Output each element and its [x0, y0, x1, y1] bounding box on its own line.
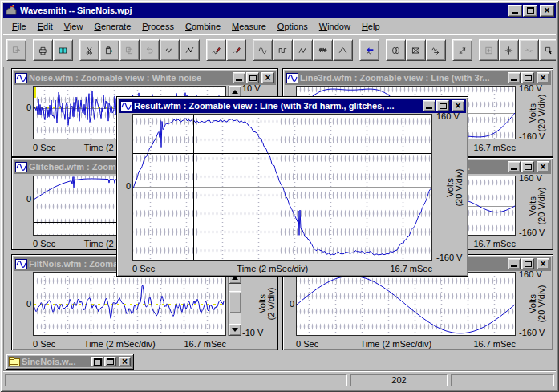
maximize-button[interactable] — [523, 5, 537, 17]
edit-points-icon[interactable] — [180, 39, 200, 61]
close-button[interactable]: × — [537, 161, 549, 172]
y-axis-zero-label: 0 — [20, 103, 31, 112]
toolbar-group — [479, 39, 556, 61]
window-noise-title: Noise.wfm : Zoomable view : White noise — [29, 71, 230, 85]
y-axis-units-label: Volts(2 V/div) — [255, 272, 279, 336]
close-button[interactable]: × — [537, 72, 549, 83]
vertical-scrollbar[interactable] — [228, 272, 241, 336]
restore-button[interactable] — [91, 357, 103, 366]
sketch-points-icon[interactable] — [226, 39, 246, 61]
zoom-in-icon[interactable] — [499, 39, 519, 61]
sketch-wave-icon[interactable] — [206, 39, 226, 61]
menu-item-file[interactable]: File — [6, 20, 32, 33]
zoom-out-icon[interactable] — [519, 39, 539, 61]
result-plot[interactable] — [132, 114, 432, 261]
volts-label-line1: Volts — [258, 288, 267, 321]
mix-icon[interactable] — [386, 39, 406, 61]
x-axis-labels: 0 SecTime (2 mSec/div)16.7 mSec — [33, 339, 226, 349]
x-axis-end-label: 16.7 mSec — [184, 339, 226, 349]
x-axis-labels: 0 SecTime (2 mSec/div)16.7 mSec — [296, 339, 516, 349]
undo-icon[interactable] — [140, 39, 160, 61]
menu-item-view[interactable]: View — [59, 20, 89, 33]
close-button[interactable]: × — [261, 72, 274, 83]
draw-wave-icon[interactable] — [160, 39, 180, 61]
y-axis-units-label: Volts(20 V/div) — [524, 176, 551, 236]
back-arrow-icon[interactable] — [359, 39, 379, 61]
app-title-bar[interactable]: Wavesmith -- SineNois.wpj × — [3, 3, 556, 18]
minimize-button[interactable] — [233, 72, 245, 83]
maximize-button[interactable] — [521, 161, 534, 172]
triangle-wave-icon[interactable] — [293, 39, 313, 61]
app-icon[interactable] — [5, 5, 18, 16]
x-axis-start-label: 0 Sec — [33, 239, 55, 249]
toolbar-group — [79, 39, 200, 61]
x-axis-start-label: 0 Sec — [296, 339, 318, 349]
maximize-button[interactable] — [521, 258, 534, 269]
crosshair-vertical[interactable] — [193, 115, 194, 260]
close-button[interactable]: × — [537, 258, 549, 269]
close-button[interactable]: × — [540, 5, 554, 17]
zoom-box-icon[interactable] — [539, 39, 556, 61]
project-icon — [9, 357, 20, 366]
window-controls: × — [507, 258, 549, 269]
scroll-down-button[interactable] — [229, 324, 241, 336]
minimize-button[interactable] — [508, 161, 521, 172]
minimize-button[interactable] — [508, 5, 522, 17]
cut-icon[interactable] — [79, 39, 99, 61]
menu-item-window[interactable]: Window — [314, 20, 356, 33]
filtnois-plot[interactable] — [33, 272, 226, 336]
sine-wave-icon[interactable] — [253, 39, 273, 61]
menu-item-process[interactable]: Process — [136, 20, 180, 33]
export-icon[interactable] — [6, 39, 26, 61]
maximize-button[interactable] — [246, 72, 259, 83]
filtnois-waveform-trace — [34, 273, 225, 335]
result-waveform-trace — [133, 115, 431, 260]
menu-item-edit[interactable]: Edit — [32, 20, 59, 33]
pulse-wave-icon[interactable] — [333, 39, 353, 61]
print-icon[interactable] — [33, 39, 53, 61]
square-wave-icon[interactable] — [273, 39, 293, 61]
maximize-button[interactable] — [436, 100, 449, 111]
wave-export-icon[interactable] — [426, 39, 446, 61]
copy-icon[interactable] — [119, 39, 140, 61]
x-axis-end-label: 16.7 mSec — [473, 339, 516, 349]
toolbar-group — [33, 39, 73, 61]
volts-per-div-label: Volts(2 V/div) — [258, 288, 276, 321]
close-button[interactable]: × — [452, 100, 464, 111]
minimize-button[interactable] — [508, 72, 521, 83]
volts-per-div-label: Volts(20 V/div) — [529, 187, 546, 224]
maximize-button[interactable] — [521, 72, 534, 83]
y-axis-units-label: Volts(20 V/div) — [524, 86, 551, 139]
volts-label-line2: (20 V/div) — [537, 94, 546, 131]
window-result-titlebar[interactable]: Result.wfm : Zoomable view : Line (with … — [119, 99, 466, 113]
x-axis-end-label: 16.7 mSec — [390, 264, 432, 273]
envelope-icon[interactable] — [406, 39, 426, 61]
x-axis-end-label: 16.7 mSec — [473, 143, 516, 152]
menu-item-generate[interactable]: Generate — [88, 20, 136, 33]
window-noise-titlebar[interactable]: Noise.wfm : Zoomable view : White noise× — [14, 71, 276, 85]
window-line3rd-titlebar[interactable]: Line3rd.wfm : Zoomable view : Line (with… — [285, 71, 551, 85]
close-button[interactable]: × — [119, 357, 131, 366]
sine-plot[interactable] — [296, 272, 516, 336]
y-axis-zero-label: 0 — [283, 299, 294, 309]
menu-item-combine[interactable]: Combine — [180, 20, 226, 33]
maximize-button[interactable] — [104, 357, 116, 366]
noise-wave-icon[interactable] — [313, 39, 333, 61]
minimize-button[interactable] — [508, 258, 521, 269]
measure-icon[interactable] — [452, 39, 472, 61]
toolbar-group — [253, 39, 353, 61]
menu-item-help[interactable]: Help — [356, 20, 386, 33]
app-window-controls: × — [507, 5, 554, 17]
menu-item-measure[interactable]: Measure — [226, 20, 272, 33]
tile-windows-icon[interactable] — [53, 39, 73, 61]
menu-item-options[interactable]: Options — [272, 20, 314, 33]
toolbar-group — [206, 39, 246, 61]
minimize-button[interactable] — [423, 100, 435, 111]
scrollbar-thumb[interactable] — [229, 291, 241, 313]
crosshair-horizontal[interactable] — [133, 153, 431, 154]
zoom-fit-icon[interactable] — [479, 39, 499, 61]
paste-icon[interactable] — [99, 39, 119, 61]
sine-waveform-trace — [297, 273, 515, 335]
waveform-document-icon — [15, 162, 27, 172]
minimized-window-titlebar[interactable]: SineNois.w... × — [8, 356, 132, 367]
